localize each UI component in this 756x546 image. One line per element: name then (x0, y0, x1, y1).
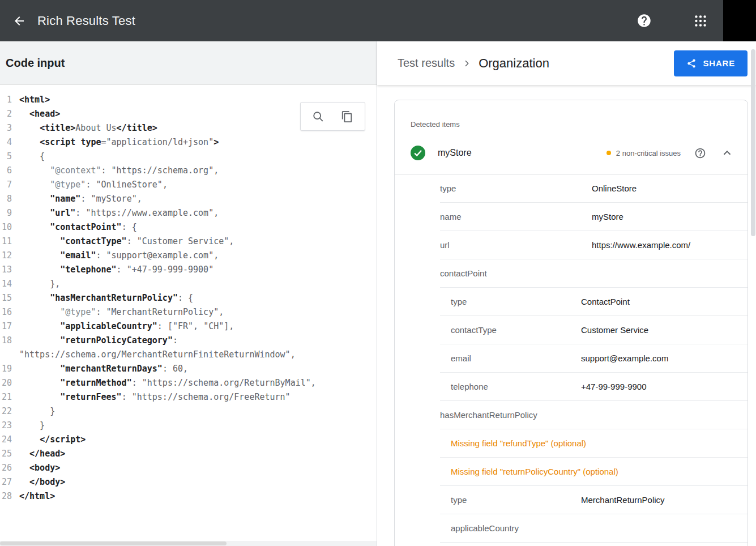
code-line: "https://schema.org/MerchantReturnFinite… (0, 348, 377, 362)
share-button-label: SHARE (703, 58, 735, 68)
entity-status: 2 non-critical issues (606, 146, 734, 160)
code-toolbar (300, 102, 365, 131)
code-line: 13 "telephone": "+47-99-999-9900" (0, 263, 377, 277)
table-row: typeContactPoint (440, 288, 748, 316)
detected-items-card: Detected items myStore 2 non-critical is… (394, 100, 748, 546)
group-row: applicableCountry (440, 514, 748, 543)
code-panel-title: Code input (6, 57, 65, 70)
horizontal-scrollbar[interactable] (0, 541, 377, 546)
breadcrumb-current: Organization (479, 56, 549, 71)
code-line: 28</html> (0, 489, 377, 504)
code-panel-header: Code input (0, 41, 377, 85)
code-line: 27 </body> (0, 475, 377, 489)
topbar-actions (630, 0, 756, 41)
table-row: typeMerchantReturnPolicy (440, 486, 748, 514)
card-top: Detected items (395, 100, 748, 130)
issues-count: 2 non-critical issues (616, 149, 681, 157)
topbar-black-panel (723, 0, 756, 41)
warning-row: Missing field "refundType" (optional) (440, 429, 748, 458)
chevron-right-icon (462, 59, 471, 68)
code-line: 4 <script type="application/ld+json"> (0, 135, 377, 150)
code-line: 9 "url": "https://www.example.com", (0, 206, 377, 220)
code-line: 15 "hasMerchantReturnPolicy": { (0, 291, 377, 305)
results-header: Test results Organization SHARE (377, 41, 756, 85)
help-icon[interactable] (630, 7, 657, 35)
table-row: urlhttps://www.example.com/ (440, 231, 748, 259)
warning-row: Missing field "returnPolicyCountry" (opt… (440, 458, 748, 486)
apps-grid-icon[interactable] (687, 7, 714, 35)
group-row: contactPoint (440, 259, 748, 288)
code-line: 12 "email": "support@example.com", (0, 249, 377, 263)
code-line: 20 "returnMethod": "https://schema.org/R… (0, 376, 377, 390)
code-panel: Code input 1<html>2 <head>3 <title>About… (0, 41, 377, 546)
code-line: 18 "returnPolicyCategory": (0, 334, 377, 348)
breadcrumb-test-results[interactable]: Test results (398, 57, 455, 70)
back-arrow-icon[interactable] (6, 7, 33, 35)
share-icon (686, 58, 697, 69)
detected-items-label: Detected items (411, 120, 734, 130)
entity-name: myStore (438, 148, 472, 158)
copy-icon[interactable] (336, 105, 358, 128)
code-line: 22 } (0, 404, 377, 419)
search-icon[interactable] (307, 105, 330, 128)
code-line: 7 "@type": "OnlineStore", (0, 178, 377, 192)
code-line: 11 "contactType": "Customer Service", (0, 234, 377, 249)
table-row: emailsupport@example.com (440, 344, 748, 373)
breadcrumb: Test results Organization (398, 56, 549, 71)
code-line: 26 <body> (0, 461, 377, 475)
code-editor[interactable]: 1<html>2 <head>3 <title>About Us</title>… (0, 85, 377, 541)
code-line: 16 "@type": "MerchantReturnPolicy", (0, 305, 377, 319)
code-line: 23 } (0, 419, 377, 433)
results-body: Detected items myStore 2 non-critical is… (377, 85, 756, 546)
help-outline-icon[interactable] (693, 146, 707, 160)
code-line: 10 "contactPoint": { (0, 220, 377, 234)
code-line: 21 "returnFees": "https://schema.org/Fre… (0, 390, 377, 404)
share-button[interactable]: SHARE (674, 50, 748, 76)
code-line: 5 { (0, 150, 377, 164)
code-line: 6 "@context": "https://schema.org", (0, 164, 377, 178)
code-line: 19 "merchantReturnDays": 60, (0, 362, 377, 376)
main-split: Code input 1<html>2 <head>3 <title>About… (0, 41, 756, 546)
warning-dot-icon (606, 151, 611, 155)
horizontal-scrollbar-thumb[interactable] (0, 541, 227, 545)
table-row: namemyStore (440, 203, 748, 231)
code-line: 25 </head> (0, 447, 377, 461)
code-lines: 1<html>2 <head>3 <title>About Us</title>… (0, 93, 377, 504)
entity-header-row: myStore 2 non-critical issues (395, 133, 748, 174)
code-line: 24 </script> (0, 433, 377, 447)
code-line: 17 "applicableCountry": ["FR", "CH"], (0, 319, 377, 334)
app-title: Rich Results Test (37, 14, 135, 28)
chevron-up-icon[interactable] (720, 146, 734, 160)
table-row: contactTypeCustomer Service (440, 316, 748, 344)
code-line: 14 }, (0, 277, 377, 291)
topbar: Rich Results Test (0, 0, 756, 41)
check-circle-icon (411, 146, 425, 160)
table-row: typeOnlineStore (440, 174, 748, 203)
group-row: hasMerchantReturnPolicy (440, 401, 748, 429)
table-row: telephone+47-99-999-9900 (440, 373, 748, 401)
code-line: 8 "name": "myStore", (0, 192, 377, 206)
results-panel: Test results Organization SHARE Detected… (377, 41, 756, 546)
detected-rows: typeOnlineStorenamemyStoreurlhttps://www… (395, 174, 748, 543)
vertical-scrollbar-thumb[interactable] (751, 49, 755, 236)
